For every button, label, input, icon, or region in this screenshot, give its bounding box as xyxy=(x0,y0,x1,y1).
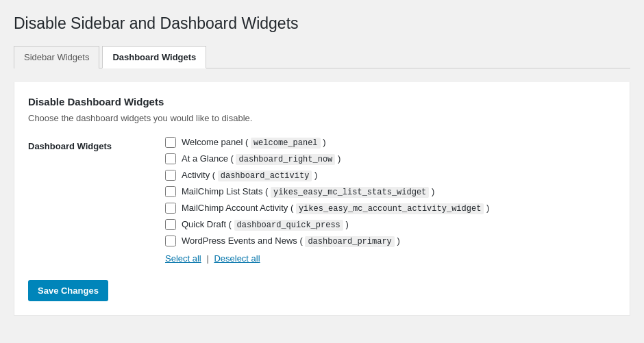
widget-slug: dashboard_right_now xyxy=(236,154,335,165)
widget-slug: dashboard_primary xyxy=(305,236,394,247)
widget-label: At a Glance ( dashboard_right_now ) xyxy=(182,153,340,164)
widget-label: WordPress Events and News ( dashboard_pr… xyxy=(182,236,400,246)
widget-checkbox-5[interactable] xyxy=(165,219,176,230)
widget-paren-close: ) xyxy=(343,219,349,229)
widget-slug: yikes_easy_mc_list_stats_widget xyxy=(271,187,429,198)
select-all-link[interactable]: Select all xyxy=(165,253,201,264)
list-item: Welcome panel ( welcome_panel ) xyxy=(165,137,616,148)
widget-paren-close: ) xyxy=(321,137,326,147)
page-title: Disable Sidebar and Dashboard Widgets xyxy=(14,14,630,34)
link-separator: | xyxy=(206,253,208,264)
widget-paren-close: ) xyxy=(335,153,340,164)
widget-slug: dashboard_quick_press xyxy=(234,220,343,231)
save-changes-button[interactable]: Save Changes xyxy=(28,280,108,301)
widget-label: Welcome panel ( welcome_panel ) xyxy=(182,137,326,148)
list-item: At a Glance ( dashboard_right_now ) xyxy=(165,153,616,164)
widget-label: MailChimp Account Activity ( yikes_easy_… xyxy=(182,203,489,214)
widget-list: Welcome panel ( welcome_panel )At a Glan… xyxy=(165,137,616,246)
tabs-wrapper: Sidebar Widgets Dashboard Widgets xyxy=(14,45,630,68)
field-label: Dashboard Widgets xyxy=(28,137,165,264)
widget-checkbox-6[interactable] xyxy=(165,236,176,246)
deselect-all-link[interactable]: Deselect all xyxy=(214,253,260,264)
select-links: Select all | Deselect all xyxy=(165,253,616,264)
widget-paren-close: ) xyxy=(484,203,489,213)
widgets-cell: Welcome panel ( welcome_panel )At a Glan… xyxy=(165,137,616,264)
page-wrap: Disable Sidebar and Dashboard Widgets Si… xyxy=(0,0,644,329)
list-item: MailChimp Account Activity ( yikes_easy_… xyxy=(165,203,616,214)
widget-slug: welcome_panel xyxy=(251,138,321,149)
widget-checkbox-2[interactable] xyxy=(165,170,176,181)
widget-label: Activity ( dashboard_activity ) xyxy=(182,170,317,181)
widget-paren-close: ) xyxy=(429,186,434,196)
section-description: Choose the dashboard widgets you would l… xyxy=(28,113,616,123)
widget-slug: yikes_easy_mc_account_activity_widget xyxy=(296,203,484,214)
list-item: Activity ( dashboard_activity ) xyxy=(165,170,616,181)
widget-label: Quick Draft ( dashboard_quick_press ) xyxy=(182,219,349,230)
content-area: Disable Dashboard Widgets Choose the das… xyxy=(14,82,630,316)
list-item: WordPress Events and News ( dashboard_pr… xyxy=(165,236,616,246)
widget-slug: dashboard_activity xyxy=(218,170,312,181)
widget-paren-close: ) xyxy=(312,170,317,180)
widgets-row: Dashboard Widgets Welcome panel ( welcom… xyxy=(28,137,616,264)
widget-checkbox-1[interactable] xyxy=(165,153,176,164)
form-table: Dashboard Widgets Welcome panel ( welcom… xyxy=(28,137,616,264)
tab-dashboard-widgets[interactable]: Dashboard Widgets xyxy=(102,46,206,68)
tab-sidebar-widgets[interactable]: Sidebar Widgets xyxy=(14,46,99,68)
widget-paren-close: ) xyxy=(395,236,400,246)
widget-checkbox-3[interactable] xyxy=(165,186,176,197)
list-item: Quick Draft ( dashboard_quick_press ) xyxy=(165,219,616,230)
widget-checkbox-0[interactable] xyxy=(165,137,176,148)
tab-list: Sidebar Widgets Dashboard Widgets xyxy=(14,45,630,68)
widget-checkbox-4[interactable] xyxy=(165,203,176,214)
widget-label: MailChimp List Stats ( yikes_easy_mc_lis… xyxy=(182,186,434,197)
list-item: MailChimp List Stats ( yikes_easy_mc_lis… xyxy=(165,186,616,197)
section-title: Disable Dashboard Widgets xyxy=(28,96,616,107)
